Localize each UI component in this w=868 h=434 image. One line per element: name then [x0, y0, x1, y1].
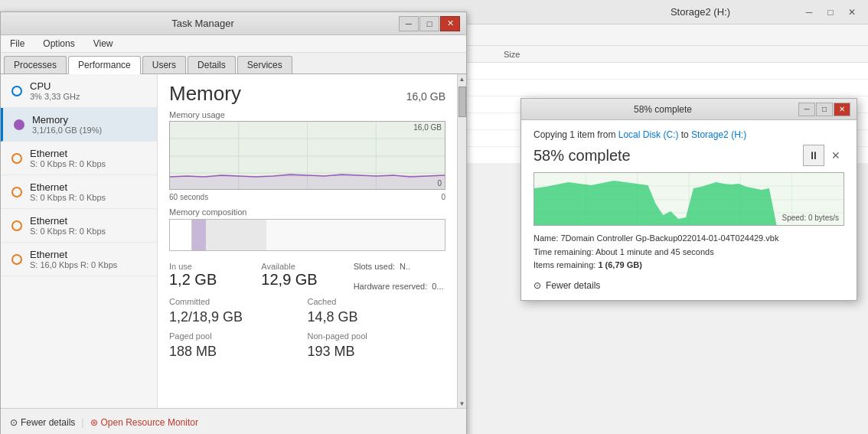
memory-chart-svg — [170, 122, 445, 190]
items-remaining-label: Items remaining: — [534, 260, 596, 269]
sidebar-item-ethernet-3[interactable]: Ethernet S: 0 Kbps R: 0 Kbps — [1, 209, 157, 243]
sidebar-item-memory[interactable]: Memory 3,1/16,0 GB (19%) — [1, 108, 157, 142]
cd-close-button[interactable]: ✕ — [834, 103, 850, 116]
task-manager-window: Task Manager ─ □ ✕ File Options View Pro… — [0, 11, 467, 434]
tab-users[interactable]: Users — [142, 56, 186, 73]
cd-dismiss-button[interactable]: ✕ — [827, 147, 844, 164]
ethernet-4-icon — [11, 254, 22, 265]
chart-scale-bottom: 0 — [437, 179, 442, 188]
chart-time-end: 0 — [441, 193, 445, 201]
ethernet-1-label: Ethernet — [30, 148, 148, 159]
task-manager-main: Memory 16,0 GB Memory usage 16,0 GB 0 — [158, 74, 457, 408]
source-link[interactable]: Local Disk (C:) — [618, 129, 679, 140]
task-manager-sidebar: CPU 3% 3,33 GHz Memory 3,1/16,0 GB (19%)… — [1, 74, 158, 408]
fewer-details-label: Fewer details — [21, 417, 75, 428]
open-resource-monitor-label: Open Resource Monitor — [101, 417, 198, 428]
copy-dialog-controls: ─ □ ✕ — [798, 103, 850, 116]
memory-header: Memory 16,0 GB — [169, 82, 445, 106]
ethernet-3-label: Ethernet — [30, 215, 148, 227]
copy-details: Name: 7Domain Controller Gp-Backup022014… — [534, 232, 844, 272]
chart-scale-top: 16,0 GB — [413, 123, 442, 132]
tab-processes[interactable]: Processes — [4, 56, 67, 73]
task-manager-scrollbar[interactable]: ▲ ▼ — [457, 74, 466, 408]
mem-inuse-segment — [170, 220, 192, 250]
dismiss-icon: ✕ — [831, 149, 840, 162]
tm-minimize-button[interactable]: ─ — [399, 16, 419, 31]
chart-label: Memory usage — [169, 110, 445, 119]
name-label: Name: — [534, 233, 558, 243]
tab-performance[interactable]: Performance — [68, 56, 141, 74]
transfer-speed-chart: Speed: 0 bytes/s — [534, 172, 844, 226]
chevron-icon: ⊙ — [534, 280, 541, 291]
file-explorer-controls: ─ □ ✕ — [799, 2, 862, 22]
copy-dialog-body: Copying 1 item from Local Disk (C:) to S… — [521, 120, 857, 300]
task-manager-footer: ⊙ Fewer details | ⊛ Open Resource Monito… — [1, 408, 466, 434]
stat-paged-pool: Paged pool 188 MB — [169, 330, 308, 361]
name-value: 7Domain Controller Gp-Backup022014-01-04… — [560, 233, 778, 243]
chart-time-start: 60 seconds — [169, 193, 208, 201]
fe-minimize-button[interactable]: ─ — [799, 2, 819, 22]
copy-dialog: 58% complete ─ □ ✕ Copying 1 item from L… — [520, 98, 857, 301]
file-explorer-title: Storage2 (H:) — [671, 6, 730, 18]
mem-composition-label: Memory composition — [169, 207, 445, 217]
tab-details[interactable]: Details — [188, 56, 236, 73]
sidebar-item-ethernet-1[interactable]: Ethernet S: 0 Kbps R: 0 Kbps — [1, 142, 157, 175]
hw-reserved-label: Hardware reserved: — [354, 282, 428, 291]
open-resource-monitor-button[interactable]: ⊛ Open Resource Monitor — [90, 417, 198, 428]
menu-file[interactable]: File — [4, 37, 31, 51]
ethernet-4-detail: S: 16,0 Kbps R: 0 Kbps — [30, 260, 148, 269]
fewer-details-button[interactable]: ⊙ Fewer details — [534, 280, 844, 291]
cpu-label: CPU — [30, 80, 148, 92]
time-remaining-label: Time remaining: — [534, 247, 593, 256]
stat-cached: Cached 14,8 GB — [308, 295, 446, 327]
ethernet-3-detail: S: 0 Kbps R: 0 Kbps — [30, 227, 148, 236]
tm-close-button[interactable]: ✕ — [440, 16, 460, 31]
copy-percent-text: 58% complete — [534, 147, 631, 165]
menu-options[interactable]: Options — [37, 37, 80, 51]
cd-minimize-button[interactable]: ─ — [798, 103, 815, 116]
cpu-icon — [11, 86, 22, 96]
ethernet-4-label: Ethernet — [30, 249, 148, 260]
transfer-speed-label: Speed: 0 bytes/s — [782, 214, 840, 222]
size-header[interactable]: Size — [504, 50, 565, 59]
scroll-thumb[interactable] — [458, 86, 466, 117]
ethernet-1-icon — [11, 153, 22, 164]
cpu-detail: 3% 3,33 GHz — [30, 92, 148, 101]
sidebar-item-ethernet-4[interactable]: Ethernet S: 16,0 Kbps R: 0 Kbps — [1, 243, 157, 276]
sidebar-item-ethernet-2[interactable]: Ethernet S: 0 Kbps R: 0 Kbps — [1, 175, 157, 209]
fewer-details-label: Fewer details — [546, 280, 600, 291]
memory-detail: 3,1/16,0 GB (19%) — [32, 126, 148, 135]
memory-icon — [14, 119, 24, 130]
items-remaining-row: Items remaining: 1 (6,79 GB) — [534, 259, 844, 272]
chevron-up-icon: ⊙ — [10, 417, 18, 428]
ethernet-2-label: Ethernet — [30, 181, 148, 193]
tm-maximize-button[interactable]: □ — [419, 16, 439, 31]
task-manager-body: CPU 3% 3,33 GHz Memory 3,1/16,0 GB (19%)… — [1, 74, 466, 408]
pause-button[interactable]: ⏸ — [803, 145, 824, 166]
fe-maximize-button[interactable]: □ — [821, 2, 840, 22]
task-manager-window-controls: ─ □ ✕ — [399, 16, 460, 31]
task-manager-tabs: Processes Performance Users Details Serv… — [1, 53, 466, 74]
copy-from-text: Copying 1 item from — [534, 129, 615, 140]
cd-maximize-button[interactable]: □ — [816, 103, 833, 116]
ethernet-2-detail: S: 0 Kbps R: 0 Kbps — [30, 193, 148, 202]
scroll-up-button[interactable]: ▲ — [458, 74, 467, 83]
svg-marker-15 — [534, 181, 777, 226]
tab-services[interactable]: Services — [237, 56, 292, 73]
fe-close-button[interactable]: ✕ — [842, 2, 862, 22]
task-manager-menubar: File Options View — [1, 35, 466, 53]
sidebar-item-cpu[interactable]: CPU 3% 3,33 GHz — [1, 74, 157, 108]
copy-percent-row: 58% complete ⏸ ✕ — [534, 145, 844, 166]
destination-link[interactable]: Storage2 (H:) — [691, 129, 746, 140]
memory-composition-bar — [169, 219, 445, 251]
footer-divider: | — [81, 417, 83, 428]
hw-reserved-value: 0... — [432, 282, 443, 291]
scroll-down-button[interactable]: ▼ — [458, 399, 467, 408]
stat-non-paged-pool: Non-paged pool 193 MB — [308, 330, 446, 361]
menu-view[interactable]: View — [87, 37, 119, 51]
copy-info: Copying 1 item from Local Disk (C:) to S… — [534, 129, 844, 140]
fewer-details-button[interactable]: ⊙ Fewer details — [10, 417, 75, 428]
resource-monitor-icon: ⊛ — [90, 417, 98, 428]
copy-dialog-title: 58% complete — [527, 104, 798, 115]
slots-used-value: N.. — [400, 262, 410, 271]
